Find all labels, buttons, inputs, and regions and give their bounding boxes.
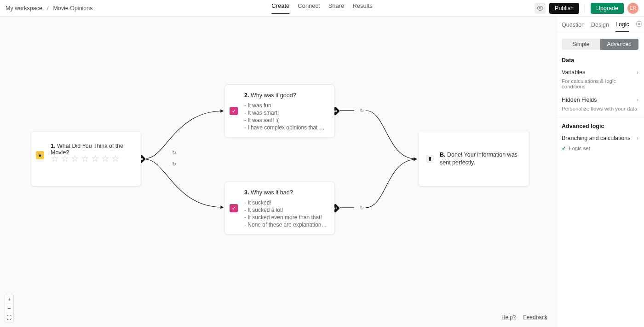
question-title: 3. Why was it bad? bbox=[244, 189, 327, 196]
answer-options: - It sucked! - It sucked a lot! - It suc… bbox=[244, 199, 327, 228]
tab-question[interactable]: Question bbox=[562, 18, 585, 32]
nav-results[interactable]: Results bbox=[352, 2, 372, 14]
tab-design[interactable]: Design bbox=[591, 18, 609, 32]
return-marker: ↻ bbox=[360, 108, 364, 114]
publish-button[interactable]: Publish bbox=[549, 3, 579, 14]
svg-point-0 bbox=[539, 7, 541, 9]
zoom-controls: + − ⛶ bbox=[5, 294, 14, 322]
section-divider bbox=[556, 117, 644, 117]
panel-tabs: Question Design Logic bbox=[556, 17, 644, 33]
chevron-right-icon: › bbox=[637, 97, 638, 103]
data-section-title: Data bbox=[562, 57, 638, 64]
nav-create[interactable]: Create bbox=[271, 2, 289, 14]
tab-logic[interactable]: Logic bbox=[615, 18, 629, 32]
multiselect-icon: ✓ bbox=[230, 107, 238, 115]
rating-preview: ☆☆☆☆☆☆☆ bbox=[51, 153, 120, 164]
return-marker: ↻ bbox=[360, 205, 364, 211]
variables-item[interactable]: Variables › bbox=[562, 67, 638, 77]
breadcrumb-project[interactable]: Movie Opinions bbox=[53, 5, 92, 12]
multiselect-icon: ✓ bbox=[230, 204, 238, 212]
breadcrumb-separator: / bbox=[47, 5, 48, 12]
upgrade-button[interactable]: Upgrade bbox=[591, 3, 624, 14]
user-avatar[interactable]: ER bbox=[627, 3, 638, 14]
zoom-out-button[interactable]: − bbox=[5, 304, 13, 313]
toggle-simple[interactable]: Simple bbox=[562, 39, 600, 50]
logic-canvas[interactable]: ⇄ ⇄ ⇄ ↻ ↻ ↻ ↻ ★ 1. What Did You Think of… bbox=[0, 17, 556, 327]
return-marker: ↻ bbox=[172, 150, 176, 156]
footer-links: Help? Feedback bbox=[501, 314, 547, 321]
app-header: My workspace / Movie Opinions Create Con… bbox=[0, 0, 644, 17]
nav-connect[interactable]: Connect bbox=[298, 2, 320, 14]
end-screen-icon: ▮ bbox=[426, 155, 434, 163]
divider bbox=[585, 4, 585, 12]
advanced-logic-title: Advanced logic bbox=[562, 123, 638, 129]
hidden-fields-label: Hidden Fields bbox=[562, 97, 597, 103]
branching-label: Branching and calculations bbox=[562, 135, 630, 141]
eye-icon bbox=[537, 5, 543, 12]
branching-item[interactable]: Branching and calculations › bbox=[562, 133, 638, 143]
logic-mode-toggle: Simple Advanced bbox=[562, 39, 638, 50]
chevron-right-icon: › bbox=[637, 135, 638, 141]
gear-icon bbox=[636, 21, 642, 27]
question-card-2[interactable]: ✓ 2. Why was it good? - It was fun! - It… bbox=[225, 85, 334, 137]
star-rating-icon: ★ bbox=[36, 151, 44, 159]
feedback-link[interactable]: Feedback bbox=[523, 314, 547, 321]
breadcrumb: My workspace / Movie Opinions bbox=[6, 5, 93, 12]
chevron-right-icon: › bbox=[637, 69, 638, 76]
hidden-fields-sub: Personalize flows with your data bbox=[562, 106, 638, 111]
panel-settings-button[interactable] bbox=[636, 21, 642, 29]
nav-share[interactable]: Share bbox=[328, 2, 345, 14]
header-actions: Publish Upgrade ER bbox=[535, 3, 638, 14]
preview-button[interactable] bbox=[535, 3, 546, 14]
right-panel: Question Design Logic Simple Advanced Da… bbox=[556, 17, 644, 327]
toggle-advanced[interactable]: Advanced bbox=[600, 39, 639, 50]
zoom-fullscreen-button[interactable]: ⛶ bbox=[5, 313, 13, 322]
svg-point-1 bbox=[638, 23, 640, 25]
answer-options: - It was fun! - It was smart! - It was s… bbox=[244, 102, 327, 131]
question-title: 2. Why was it good? bbox=[244, 92, 327, 99]
main-nav: Create Connect Share Results bbox=[271, 2, 373, 14]
zoom-in-button[interactable]: + bbox=[5, 294, 13, 304]
breadcrumb-workspace[interactable]: My workspace bbox=[6, 5, 42, 12]
check-icon: ✓ bbox=[562, 145, 566, 152]
end-screen-text: B. Done! Your information was sent perfe… bbox=[440, 151, 522, 166]
variables-label: Variables bbox=[562, 69, 585, 76]
logic-status: ✓ Logic set bbox=[562, 145, 638, 152]
return-marker: ↻ bbox=[172, 161, 176, 167]
question-card-1[interactable]: ★ 1. What Did You Think of the Movie? ☆☆… bbox=[31, 132, 141, 186]
question-card-3[interactable]: ✓ 3. Why was it bad? - It sucked! - It s… bbox=[225, 182, 334, 234]
variables-sub: For calculations & logic conditions bbox=[562, 78, 638, 89]
help-link[interactable]: Help? bbox=[501, 314, 516, 321]
hidden-fields-item[interactable]: Hidden Fields › bbox=[562, 95, 638, 105]
end-screen-card[interactable]: ▮ B. Done! Your information was sent per… bbox=[419, 131, 529, 186]
